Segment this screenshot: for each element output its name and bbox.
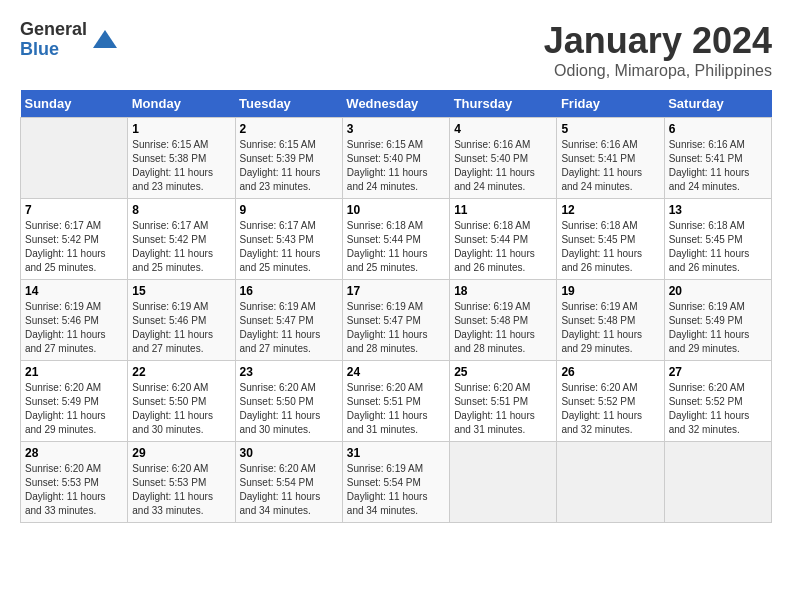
calendar-cell: 22Sunrise: 6:20 AMSunset: 5:50 PMDayligh… (128, 361, 235, 442)
calendar-cell: 27Sunrise: 6:20 AMSunset: 5:52 PMDayligh… (664, 361, 771, 442)
calendar-cell: 19Sunrise: 6:19 AMSunset: 5:48 PMDayligh… (557, 280, 664, 361)
cell-content: Sunrise: 6:17 AMSunset: 5:42 PMDaylight:… (132, 219, 230, 275)
day-number: 29 (132, 446, 230, 460)
calendar-cell: 28Sunrise: 6:20 AMSunset: 5:53 PMDayligh… (21, 442, 128, 523)
main-title: January 2024 (544, 20, 772, 62)
cell-content: Sunrise: 6:19 AMSunset: 5:48 PMDaylight:… (454, 300, 552, 356)
calendar-cell: 9Sunrise: 6:17 AMSunset: 5:43 PMDaylight… (235, 199, 342, 280)
day-number: 20 (669, 284, 767, 298)
logo-general: General (20, 20, 87, 40)
day-number: 10 (347, 203, 445, 217)
cell-content: Sunrise: 6:20 AMSunset: 5:53 PMDaylight:… (25, 462, 123, 518)
cell-content: Sunrise: 6:16 AMSunset: 5:40 PMDaylight:… (454, 138, 552, 194)
day-number: 6 (669, 122, 767, 136)
day-number: 22 (132, 365, 230, 379)
day-number: 7 (25, 203, 123, 217)
week-row-4: 28Sunrise: 6:20 AMSunset: 5:53 PMDayligh… (21, 442, 772, 523)
day-number: 15 (132, 284, 230, 298)
calendar-cell: 11Sunrise: 6:18 AMSunset: 5:44 PMDayligh… (450, 199, 557, 280)
day-number: 13 (669, 203, 767, 217)
cell-content: Sunrise: 6:18 AMSunset: 5:45 PMDaylight:… (561, 219, 659, 275)
day-number: 31 (347, 446, 445, 460)
logo-blue: Blue (20, 40, 87, 60)
day-number: 5 (561, 122, 659, 136)
calendar-cell: 20Sunrise: 6:19 AMSunset: 5:49 PMDayligh… (664, 280, 771, 361)
day-number: 16 (240, 284, 338, 298)
cell-content: Sunrise: 6:16 AMSunset: 5:41 PMDaylight:… (669, 138, 767, 194)
cell-content: Sunrise: 6:15 AMSunset: 5:38 PMDaylight:… (132, 138, 230, 194)
day-number: 26 (561, 365, 659, 379)
week-row-0: 1Sunrise: 6:15 AMSunset: 5:38 PMDaylight… (21, 118, 772, 199)
cell-content: Sunrise: 6:15 AMSunset: 5:40 PMDaylight:… (347, 138, 445, 194)
cell-content: Sunrise: 6:19 AMSunset: 5:48 PMDaylight:… (561, 300, 659, 356)
cell-content: Sunrise: 6:20 AMSunset: 5:49 PMDaylight:… (25, 381, 123, 437)
calendar-cell: 3Sunrise: 6:15 AMSunset: 5:40 PMDaylight… (342, 118, 449, 199)
cell-content: Sunrise: 6:20 AMSunset: 5:50 PMDaylight:… (132, 381, 230, 437)
cell-content: Sunrise: 6:20 AMSunset: 5:50 PMDaylight:… (240, 381, 338, 437)
cell-content: Sunrise: 6:20 AMSunset: 5:51 PMDaylight:… (454, 381, 552, 437)
calendar-cell: 16Sunrise: 6:19 AMSunset: 5:47 PMDayligh… (235, 280, 342, 361)
header-cell-tuesday: Tuesday (235, 90, 342, 118)
cell-content: Sunrise: 6:20 AMSunset: 5:52 PMDaylight:… (561, 381, 659, 437)
day-number: 8 (132, 203, 230, 217)
day-number: 24 (347, 365, 445, 379)
day-number: 23 (240, 365, 338, 379)
day-number: 25 (454, 365, 552, 379)
calendar-cell (21, 118, 128, 199)
calendar-cell: 1Sunrise: 6:15 AMSunset: 5:38 PMDaylight… (128, 118, 235, 199)
cell-content: Sunrise: 6:20 AMSunset: 5:53 PMDaylight:… (132, 462, 230, 518)
day-number: 3 (347, 122, 445, 136)
calendar-cell: 18Sunrise: 6:19 AMSunset: 5:48 PMDayligh… (450, 280, 557, 361)
title-area: January 2024 Odiong, Mimaropa, Philippin… (544, 20, 772, 80)
calendar-cell: 21Sunrise: 6:20 AMSunset: 5:49 PMDayligh… (21, 361, 128, 442)
calendar-cell: 12Sunrise: 6:18 AMSunset: 5:45 PMDayligh… (557, 199, 664, 280)
week-row-1: 7Sunrise: 6:17 AMSunset: 5:42 PMDaylight… (21, 199, 772, 280)
calendar-cell: 26Sunrise: 6:20 AMSunset: 5:52 PMDayligh… (557, 361, 664, 442)
day-number: 9 (240, 203, 338, 217)
cell-content: Sunrise: 6:19 AMSunset: 5:47 PMDaylight:… (240, 300, 338, 356)
cell-content: Sunrise: 6:19 AMSunset: 5:46 PMDaylight:… (25, 300, 123, 356)
cell-content: Sunrise: 6:20 AMSunset: 5:52 PMDaylight:… (669, 381, 767, 437)
header-cell-monday: Monday (128, 90, 235, 118)
cell-content: Sunrise: 6:15 AMSunset: 5:39 PMDaylight:… (240, 138, 338, 194)
calendar-cell: 10Sunrise: 6:18 AMSunset: 5:44 PMDayligh… (342, 199, 449, 280)
cell-content: Sunrise: 6:16 AMSunset: 5:41 PMDaylight:… (561, 138, 659, 194)
cell-content: Sunrise: 6:19 AMSunset: 5:49 PMDaylight:… (669, 300, 767, 356)
day-number: 12 (561, 203, 659, 217)
subtitle: Odiong, Mimaropa, Philippines (544, 62, 772, 80)
calendar-table: SundayMondayTuesdayWednesdayThursdayFrid… (20, 90, 772, 523)
cell-content: Sunrise: 6:18 AMSunset: 5:44 PMDaylight:… (347, 219, 445, 275)
day-number: 14 (25, 284, 123, 298)
cell-content: Sunrise: 6:18 AMSunset: 5:44 PMDaylight:… (454, 219, 552, 275)
calendar-cell: 25Sunrise: 6:20 AMSunset: 5:51 PMDayligh… (450, 361, 557, 442)
calendar-cell: 7Sunrise: 6:17 AMSunset: 5:42 PMDaylight… (21, 199, 128, 280)
calendar-cell: 14Sunrise: 6:19 AMSunset: 5:46 PMDayligh… (21, 280, 128, 361)
header-cell-saturday: Saturday (664, 90, 771, 118)
page-header: General Blue January 2024 Odiong, Mimaro… (20, 20, 772, 80)
header-cell-wednesday: Wednesday (342, 90, 449, 118)
cell-content: Sunrise: 6:17 AMSunset: 5:43 PMDaylight:… (240, 219, 338, 275)
cell-content: Sunrise: 6:18 AMSunset: 5:45 PMDaylight:… (669, 219, 767, 275)
cell-content: Sunrise: 6:20 AMSunset: 5:54 PMDaylight:… (240, 462, 338, 518)
calendar-cell (557, 442, 664, 523)
calendar-cell: 6Sunrise: 6:16 AMSunset: 5:41 PMDaylight… (664, 118, 771, 199)
logo-icon (91, 26, 119, 54)
calendar-cell: 5Sunrise: 6:16 AMSunset: 5:41 PMDaylight… (557, 118, 664, 199)
cell-content: Sunrise: 6:19 AMSunset: 5:46 PMDaylight:… (132, 300, 230, 356)
logo-text: General Blue (20, 20, 87, 60)
calendar-cell: 2Sunrise: 6:15 AMSunset: 5:39 PMDaylight… (235, 118, 342, 199)
calendar-cell: 13Sunrise: 6:18 AMSunset: 5:45 PMDayligh… (664, 199, 771, 280)
week-row-3: 21Sunrise: 6:20 AMSunset: 5:49 PMDayligh… (21, 361, 772, 442)
cell-content: Sunrise: 6:19 AMSunset: 5:47 PMDaylight:… (347, 300, 445, 356)
day-number: 30 (240, 446, 338, 460)
svg-marker-0 (93, 30, 117, 48)
day-number: 11 (454, 203, 552, 217)
cell-content: Sunrise: 6:17 AMSunset: 5:42 PMDaylight:… (25, 219, 123, 275)
header-cell-thursday: Thursday (450, 90, 557, 118)
logo: General Blue (20, 20, 119, 60)
calendar-cell: 24Sunrise: 6:20 AMSunset: 5:51 PMDayligh… (342, 361, 449, 442)
week-row-2: 14Sunrise: 6:19 AMSunset: 5:46 PMDayligh… (21, 280, 772, 361)
day-number: 17 (347, 284, 445, 298)
day-number: 4 (454, 122, 552, 136)
day-number: 21 (25, 365, 123, 379)
